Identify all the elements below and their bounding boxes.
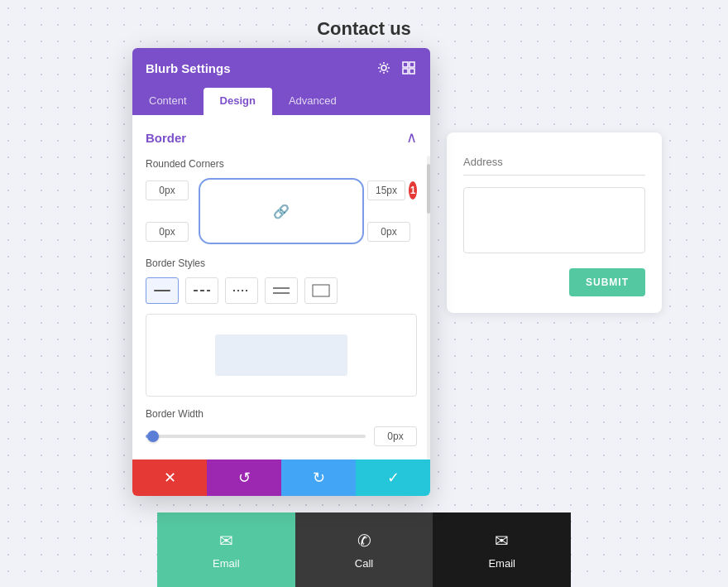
border-width-slider[interactable]: [146, 435, 366, 438]
svg-rect-10: [313, 285, 329, 296]
border-style-options: [146, 277, 417, 304]
email-icon-green: ✉: [219, 531, 233, 551]
email-green-label: Email: [213, 557, 240, 570]
layout-icon[interactable]: [400, 60, 417, 76]
modal-title: Blurb Settings: [146, 61, 231, 75]
message-textarea[interactable]: [463, 187, 645, 253]
cancel-icon: ✕: [164, 469, 176, 487]
corner-top-right-input[interactable]: [367, 180, 405, 200]
settings-icon[interactable]: [376, 60, 392, 76]
tab-content[interactable]: Content: [132, 88, 204, 115]
page-title: Contact us: [317, 18, 411, 40]
border-preview-area: [146, 314, 417, 397]
contact-form-background: SUBMIT: [447, 132, 662, 313]
modal-header-icons: [376, 60, 417, 76]
svg-rect-3: [403, 69, 408, 74]
undo-icon: ↺: [238, 469, 251, 487]
bottom-card-email-black[interactable]: ✉ Email: [433, 512, 571, 587]
border-style-solid[interactable]: [146, 277, 179, 304]
slider-thumb: [147, 431, 159, 442]
undo-button[interactable]: ↺: [207, 459, 281, 496]
bottom-cards: ✉ Email ✆ Call ✉ Email: [157, 512, 571, 587]
blurb-settings-modal: Blurb Settings Content: [132, 48, 430, 496]
confirm-icon: ✓: [387, 469, 400, 487]
svg-point-0: [381, 65, 386, 70]
modal-scrollbar[interactable]: [427, 156, 430, 459]
modal-header: Blurb Settings: [132, 48, 430, 88]
collapse-icon[interactable]: ∧: [406, 128, 417, 147]
call-label: Call: [355, 557, 373, 570]
border-preview-box: 🔗: [199, 178, 364, 244]
address-input[interactable]: [463, 149, 645, 176]
border-style-double[interactable]: [265, 277, 298, 304]
email-black-label: Email: [488, 557, 515, 570]
border-section-header: Border ∧: [146, 128, 417, 147]
rounded-corners-label: Rounded Corners: [146, 158, 417, 170]
cancel-button[interactable]: ✕: [132, 459, 207, 496]
top-right-group: 1: [367, 180, 417, 200]
modal-body: Border ∧ Rounded Corners 🔗 1: [132, 115, 430, 459]
call-icon: ✆: [357, 531, 371, 551]
submit-button[interactable]: SUBMIT: [569, 268, 645, 296]
border-section-title: Border: [146, 131, 186, 145]
svg-rect-1: [403, 62, 408, 67]
modal-tabs: Content Design Advanced: [132, 88, 430, 115]
border-style-dotted[interactable]: [225, 277, 258, 304]
border-width-row: [146, 426, 417, 446]
badge-indicator: 1: [409, 181, 417, 200]
scrollbar-thumb: [427, 164, 430, 214]
link-icon: 🔗: [273, 204, 290, 219]
bottom-card-email-green[interactable]: ✉ Email: [157, 512, 295, 587]
bottom-card-call[interactable]: ✆ Call: [295, 512, 433, 587]
email-icon-black: ✉: [495, 531, 509, 551]
svg-rect-2: [410, 62, 414, 67]
svg-rect-4: [410, 69, 414, 74]
border-preview-inner: [215, 334, 347, 376]
border-style-dashed[interactable]: [185, 277, 218, 304]
corner-bottom-right-input[interactable]: [367, 222, 410, 242]
corner-top-left-input[interactable]: [146, 180, 189, 200]
corner-bottom-left-input[interactable]: [146, 222, 189, 242]
svg-rect-5: [154, 290, 170, 291]
border-width-input[interactable]: [374, 426, 417, 446]
tab-advanced[interactable]: Advanced: [272, 88, 353, 115]
corners-grid: 🔗 1: [146, 178, 417, 244]
redo-button[interactable]: ↻: [281, 459, 356, 496]
border-style-groove[interactable]: [304, 277, 338, 304]
redo-icon: ↻: [313, 469, 325, 487]
confirm-button[interactable]: ✓: [356, 459, 430, 496]
border-styles-label: Border Styles: [146, 257, 417, 269]
tab-design[interactable]: Design: [204, 88, 272, 115]
border-width-label: Border Width: [146, 408, 417, 420]
modal-footer: ✕ ↺ ↻ ✓: [132, 459, 430, 496]
